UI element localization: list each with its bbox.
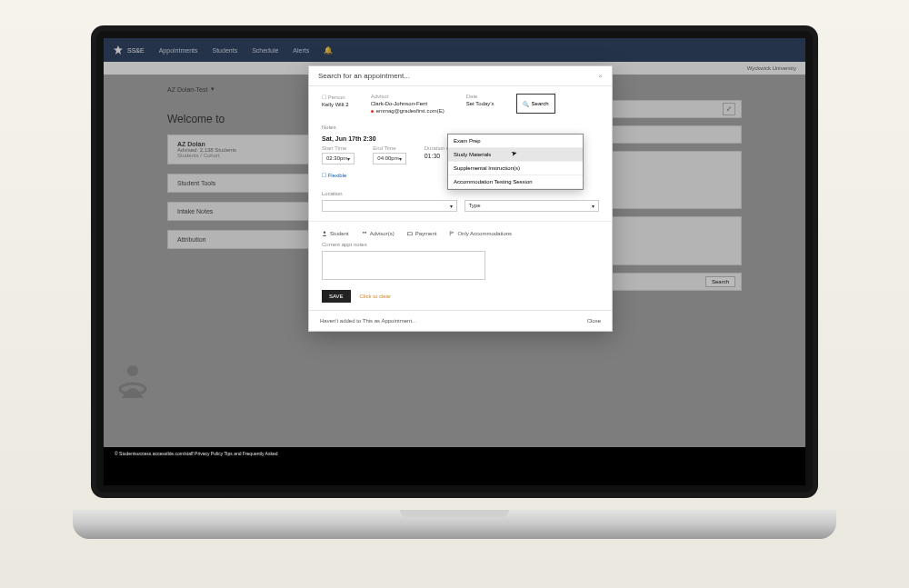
advisor-email-row: emmag@gradesfirst.com(E) — [371, 108, 445, 114]
svg-point-4 — [363, 232, 365, 234]
start-time-col: Start Time 02:30pm▾ — [322, 145, 355, 164]
advisor-email: emmag@gradesfirst.com(E) — [376, 108, 445, 114]
people-icon — [362, 231, 367, 236]
laptop-notch — [400, 510, 509, 517]
end-time-col: End Time 04:00pm▾ — [373, 145, 405, 164]
tab-accommodations[interactable]: Only Accommodations — [449, 231, 512, 236]
laptop-frame: SS&E Appointments Students Schedule Aler… — [91, 25, 818, 539]
tab-label: Advisor(s) — [370, 231, 395, 236]
person-block: ☐ Person Kelly Wilt 2 — [322, 94, 349, 114]
caret-icon: ▾ — [450, 203, 453, 209]
tab-student[interactable]: Student — [322, 231, 349, 236]
divider — [309, 221, 612, 222]
action-row: SAVE Click to clear — [322, 290, 599, 303]
screen-black-bar: © Studentsuccess.accessible.com/staff Pr… — [104, 447, 805, 485]
dropdown-option[interactable]: Exam Prep — [448, 135, 583, 148]
end-time-select[interactable]: 04:00pm▾ — [373, 153, 405, 164]
location-select[interactable]: ▾ — [322, 200, 457, 212]
status-dot-icon — [371, 110, 374, 113]
laptop-base — [73, 510, 836, 539]
start-time-value: 02:30pm — [326, 155, 347, 162]
save-button[interactable]: SAVE — [322, 290, 351, 303]
dropdown-option[interactable]: Supplemental Instruction(s) — [448, 162, 583, 175]
type-select[interactable]: Type ▾ — [464, 200, 600, 212]
caret-icon: ▾ — [347, 155, 350, 162]
notes-label: Notes — [322, 125, 599, 130]
date-block: Date Set Today’s — [466, 94, 494, 114]
advisor-label: Advisor — [371, 94, 445, 99]
svg-point-3 — [324, 232, 325, 234]
modal-title: Search for an appointment... — [318, 72, 410, 80]
start-time-label: Start Time — [322, 145, 355, 151]
close-icon[interactable]: × — [598, 72, 603, 80]
location-label: Location — [322, 191, 599, 196]
person-icon — [322, 231, 327, 236]
textarea-label: Current appt notes — [322, 242, 599, 247]
laptop-screen: SS&E Appointments Students Schedule Aler… — [91, 25, 818, 498]
tab-label: Only Accommodations — [457, 231, 512, 236]
date-label: Date — [466, 94, 494, 99]
svg-point-5 — [365, 232, 366, 234]
footer-close-button[interactable]: Close — [587, 318, 601, 324]
end-time-value: 04:00pm — [377, 155, 398, 162]
tab-label: Payment — [415, 231, 437, 236]
tab-label: Student — [330, 231, 349, 236]
person-value: Kelly Wilt 2 — [322, 102, 349, 107]
footer-fineprint: © Studentsuccess.accessible.com/staff Pr… — [115, 451, 278, 456]
svg-rect-6 — [407, 233, 412, 235]
dropdown-option[interactable]: Accommodation Testing Session — [448, 175, 583, 189]
advisor-value: Clark-Do-Johnson-Ferri — [371, 101, 445, 106]
flexible-link[interactable]: ☐ Flexible — [322, 172, 346, 178]
tab-payment[interactable]: Payment — [407, 231, 437, 236]
notes-dropdown[interactable]: Exam Prep Study Materials Supplemental I… — [447, 134, 584, 190]
modal-info-row: ☐ Person Kelly Wilt 2 Advisor Clark-Do-J… — [322, 94, 599, 114]
search-icon: 🔍 — [523, 101, 529, 107]
footer-text: Haven't added to This as Appointment... — [320, 318, 416, 324]
notes-textarea[interactable] — [322, 251, 485, 280]
card-icon — [407, 231, 413, 236]
type-value: Type — [469, 203, 481, 209]
tabs-row: Student Advisor(s) Payment Only Acc — [322, 231, 599, 236]
tab-advisors[interactable]: Advisor(s) — [362, 231, 395, 236]
modal-search-button[interactable]: 🔍 Search — [516, 94, 555, 114]
clear-link[interactable]: Click to clear — [360, 294, 391, 299]
search-button-label: Search — [532, 101, 549, 106]
app-viewport: SS&E Appointments Students Schedule Aler… — [104, 38, 805, 447]
modal-header: Search for an appointment... × — [309, 66, 612, 86]
modal-footer: Haven't added to This as Appointment... … — [309, 310, 612, 331]
flag-icon — [449, 231, 454, 236]
caret-icon: ▾ — [592, 203, 594, 209]
person-label: ☐ Person — [322, 94, 349, 100]
advisor-block: Advisor Clark-Do-Johnson-Ferri emmag@gra… — [371, 94, 445, 114]
caret-icon: ▾ — [399, 155, 402, 162]
end-time-label: End Time — [373, 145, 405, 151]
date-value: Set Today’s — [466, 101, 494, 106]
start-time-select[interactable]: 02:30pm▾ — [322, 153, 355, 164]
appointment-modal: Search for an appointment... × ☐ Person … — [308, 65, 613, 332]
